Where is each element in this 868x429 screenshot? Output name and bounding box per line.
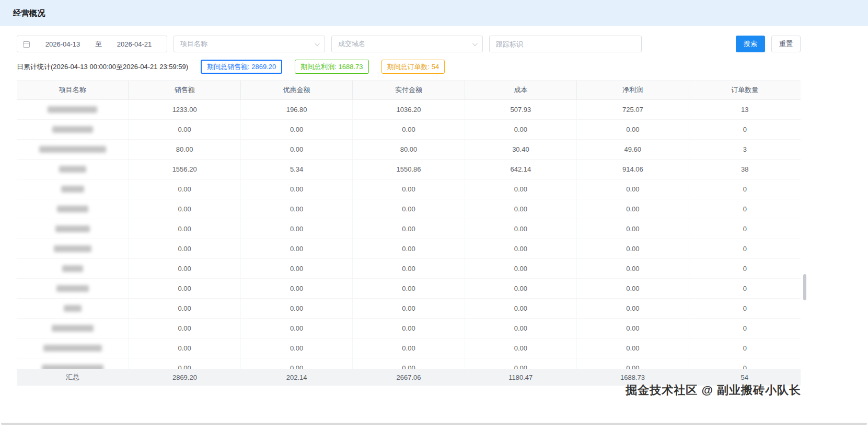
table-cell: 0.00 [353, 239, 465, 258]
table-cell: 0.00 [577, 319, 689, 338]
table-cell: 0.00 [577, 219, 689, 239]
project-name-cell [17, 120, 129, 139]
table-row: 0.000.000.000.000.000 [17, 120, 801, 140]
table-cell: 0.00 [129, 120, 240, 139]
column-header: 订单数量 [689, 81, 801, 99]
redacted-project-name [52, 126, 93, 133]
redacted-project-name [59, 166, 86, 173]
table-cell: 80.00 [353, 140, 465, 159]
table-cell: 0.00 [465, 259, 577, 278]
footer-summary-cell: 1180.47 [465, 369, 576, 386]
table-cell: 0.00 [353, 199, 465, 219]
table-row: 0.000.000.000.000.000 [17, 179, 801, 199]
table-cell: 80.00 [129, 140, 240, 159]
track-id-input[interactable] [489, 36, 642, 52]
table-row: 80.000.0080.0030.4049.603 [17, 140, 801, 160]
table-cell: 0.00 [353, 338, 465, 358]
table-cell: 0.00 [129, 179, 240, 199]
table-cell: 0.00 [241, 179, 353, 199]
project-name-cell [17, 299, 129, 318]
table-cell: 0 [689, 199, 801, 219]
table-cell: 0.00 [353, 279, 465, 298]
table-cell: 0.00 [241, 120, 353, 139]
table-cell: 0.00 [129, 279, 240, 298]
table-cell: 0.00 [465, 299, 577, 318]
project-name-cell [17, 140, 129, 159]
project-name-cell [17, 179, 129, 199]
table-cell: 3 [689, 140, 801, 159]
table-cell: 0.00 [465, 219, 577, 239]
filter-bar: 2026-04-13 至 2026-04-21 项目名称 成交域名 搜索 重置 [17, 36, 801, 52]
table-body[interactable]: 1233.00196.801036.20507.93725.07130.000.… [17, 100, 801, 369]
redacted-project-name [54, 245, 91, 252]
total-profit-badge: 期间总利润: 1688.73 [295, 60, 368, 74]
table-cell: 30.40 [465, 140, 577, 159]
table-cell: 0 [689, 299, 801, 318]
table-cell: 0.00 [241, 140, 353, 159]
footer-summary-label: 汇总 [17, 369, 129, 386]
table-cell: 0.00 [129, 239, 240, 258]
table-cell: 0.00 [353, 259, 465, 278]
horizontal-scrollbar-track[interactable] [1, 423, 867, 425]
table-cell: 0 [689, 239, 801, 258]
table-cell: 914.06 [577, 160, 689, 179]
end-date-value[interactable]: 2026-04-21 [107, 40, 161, 48]
project-name-cell [17, 319, 129, 338]
table-cell: 0.00 [577, 199, 689, 219]
project-name-select[interactable]: 项目名称 [173, 36, 325, 52]
project-name-cell [17, 160, 129, 179]
table-cell: 0.00 [353, 179, 465, 199]
table-cell: 0.00 [577, 299, 689, 318]
column-header: 实付金额 [353, 81, 465, 99]
table-cell: 1550.86 [353, 160, 465, 179]
table-cell: 0.00 [465, 120, 577, 139]
table-cell: 0 [689, 219, 801, 239]
table-cell: 0.00 [241, 199, 353, 219]
watermark-text: 掘金技术社区 @ 副业搬砖小队长 [626, 382, 801, 398]
reset-button[interactable]: 重置 [771, 36, 801, 52]
table-cell: 725.07 [577, 100, 689, 119]
vertical-scrollbar-thumb[interactable] [803, 274, 806, 300]
table-cell: 0.00 [577, 120, 689, 139]
redacted-project-name [52, 325, 94, 332]
table-cell: 0 [689, 259, 801, 278]
redacted-project-name [48, 106, 97, 113]
column-header: 项目名称 [17, 81, 129, 99]
project-name-cell [17, 219, 129, 239]
table-cell: 196.80 [241, 100, 353, 119]
table-cell: 0.00 [465, 319, 577, 338]
table-row: 0.000.000.000.000.000 [17, 319, 801, 338]
total-sales-badge: 期间总销售额: 2869.20 [201, 60, 282, 74]
footer-summary-cell: 202.14 [241, 369, 353, 386]
redacted-project-name [39, 146, 106, 153]
project-name-cell [17, 358, 129, 369]
project-name-cell [17, 259, 129, 278]
table-cell: 1036.20 [353, 100, 465, 119]
domain-select-placeholder: 成交域名 [338, 39, 365, 49]
search-button[interactable]: 搜索 [736, 36, 765, 52]
table-cell: 0.00 [465, 338, 577, 358]
table-row: 0.000.000.000.000.000 [17, 199, 801, 219]
table-cell: 0.00 [465, 179, 577, 199]
table-cell: 0.00 [129, 299, 240, 318]
table-row: 1233.00196.801036.20507.93725.0713 [17, 100, 801, 120]
table-cell: 0.00 [353, 358, 465, 369]
table-cell: 0.00 [577, 358, 689, 369]
chevron-down-icon [472, 41, 478, 46]
chevron-down-icon [315, 41, 320, 46]
table-cell: 0 [689, 358, 801, 369]
redacted-project-name [64, 305, 82, 312]
redacted-project-name [57, 206, 88, 212]
deal-domain-select[interactable]: 成交域名 [331, 36, 483, 52]
table-row: 0.000.000.000.000.000 [17, 358, 801, 369]
table-row: 0.000.000.000.000.000 [17, 279, 801, 299]
table-row: 0.000.000.000.000.000 [17, 338, 801, 358]
date-range-picker[interactable]: 2026-04-13 至 2026-04-21 [17, 36, 167, 52]
footer-summary-cell: 2869.20 [129, 369, 240, 386]
table-cell: 0 [689, 319, 801, 338]
redacted-project-name [55, 225, 90, 232]
start-date-value[interactable]: 2026-04-13 [36, 40, 90, 48]
table-cell: 0.00 [353, 120, 465, 139]
table-cell: 0.00 [241, 279, 353, 298]
table-cell: 0.00 [465, 358, 577, 369]
